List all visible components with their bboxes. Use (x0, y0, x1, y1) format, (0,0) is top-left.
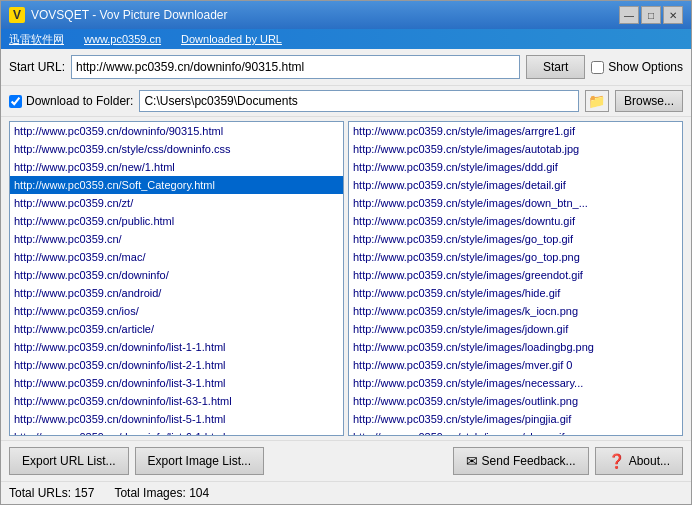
url-list-item[interactable]: http://www.pc0359.cn/style/css/downinfo.… (10, 140, 343, 158)
url-list-item[interactable]: http://www.pc0359.cn/downinfo/ (10, 266, 343, 284)
minimize-button[interactable]: — (619, 6, 639, 24)
start-button[interactable]: Start (526, 55, 585, 79)
total-images-value: 104 (189, 486, 209, 500)
title-bar: V VOVSQET - Vov Picture Downloader — □ ✕ (1, 1, 691, 29)
total-urls-status: Total URLs: 157 (9, 486, 94, 500)
image-list-item[interactable]: http://www.pc0359.cn/style/images/ddd.gi… (349, 158, 682, 176)
url-list-item[interactable]: http://www.pc0359.cn/android/ (10, 284, 343, 302)
image-list-item[interactable]: http://www.pc0359.cn/style/images/autota… (349, 140, 682, 158)
export-image-button[interactable]: Export Image List... (135, 447, 264, 475)
show-options-label[interactable]: Show Options (608, 60, 683, 74)
url-list-item[interactable]: http://www.pc0359.cn/downinfo/list-63-1.… (10, 392, 343, 410)
url-list-item[interactable]: http://www.pc0359.cn/downinfo/90315.html (10, 122, 343, 140)
window-title: VOVSQET - Vov Picture Downloader (31, 8, 228, 22)
total-images-status: Total Images: 104 (114, 486, 209, 500)
image-list-item[interactable]: http://www.pc0359.cn/style/images/outlin… (349, 392, 682, 410)
image-list-item[interactable]: http://www.pc0359.cn/style/images/detail… (349, 176, 682, 194)
url-list-item[interactable]: http://www.pc0359.cn/downinfo/list-1-1.h… (10, 338, 343, 356)
question-icon: ❓ (608, 453, 625, 469)
url-list-item[interactable]: http://www.pc0359.cn/ios/ (10, 302, 343, 320)
folder-browse-icon-button[interactable]: 📁 (585, 90, 609, 112)
export-url-button[interactable]: Export URL List... (9, 447, 129, 475)
image-list-item[interactable]: http://www.pc0359.cn/style/images/necess… (349, 374, 682, 392)
about-button[interactable]: ❓ About... (595, 447, 683, 475)
about-label: About... (629, 454, 670, 468)
browse-button[interactable]: Browse... (615, 90, 683, 112)
bottom-buttons: Export URL List... Export Image List... … (1, 440, 691, 481)
send-feedback-label: Send Feedback... (482, 454, 576, 468)
folder-checkbox-label: Download to Folder: (9, 94, 133, 108)
url-list-item[interactable]: http://www.pc0359.cn/downinfo/list-3-1.h… (10, 374, 343, 392)
show-options-container: Show Options (591, 60, 683, 74)
envelope-icon: ✉ (466, 453, 478, 469)
url-list-item[interactable]: http://www.pc0359.cn/article/ (10, 320, 343, 338)
folder-label: Download to Folder: (26, 94, 133, 108)
image-list-item[interactable]: http://www.pc0359.cn/style/images/show.g… (349, 428, 682, 436)
image-list-item[interactable]: http://www.pc0359.cn/style/images/pingji… (349, 410, 682, 428)
image-list-item[interactable]: http://www.pc0359.cn/style/images/go_top… (349, 248, 682, 266)
image-list-item[interactable]: http://www.pc0359.cn/style/images/downtu… (349, 212, 682, 230)
lists-area: http://www.pc0359.cn/downinfo/90315.html… (1, 117, 691, 440)
url-list-item[interactable]: http://www.pc0359.cn/new/1.html (10, 158, 343, 176)
url-list[interactable]: http://www.pc0359.cn/downinfo/90315.html… (9, 121, 344, 436)
url-input[interactable] (71, 55, 520, 79)
app-icon: V (9, 7, 25, 23)
total-urls-value: 157 (74, 486, 94, 500)
folder-path-input[interactable] (139, 90, 579, 112)
watermark-link1[interactable]: 迅雷软件网 (9, 32, 64, 47)
maximize-button[interactable]: □ (641, 6, 661, 24)
url-list-item[interactable]: http://www.pc0359.cn/mac/ (10, 248, 343, 266)
url-label: Start URL: (9, 60, 65, 74)
image-list-item[interactable]: http://www.pc0359.cn/style/images/arrgre… (349, 122, 682, 140)
watermark-link2[interactable]: www.pc0359.cn (84, 33, 161, 45)
url-list-item[interactable]: http://www.pc0359.cn/downinfo/list-6-1.h… (10, 428, 343, 436)
image-list-item[interactable]: http://www.pc0359.cn/style/images/loadin… (349, 338, 682, 356)
image-list-item[interactable]: http://www.pc0359.cn/style/images/jdown.… (349, 320, 682, 338)
image-list-item[interactable]: http://www.pc0359.cn/style/images/hide.g… (349, 284, 682, 302)
image-list-item[interactable]: http://www.pc0359.cn/style/images/mver.g… (349, 356, 682, 374)
image-list[interactable]: http://www.pc0359.cn/style/images/arrgre… (348, 121, 683, 436)
image-list-item[interactable]: http://www.pc0359.cn/style/images/greend… (349, 266, 682, 284)
url-list-item[interactable]: http://www.pc0359.cn/public.html (10, 212, 343, 230)
send-feedback-button[interactable]: ✉ Send Feedback... (453, 447, 589, 475)
toolbar: Start URL: Start Show Options (1, 49, 691, 86)
image-list-item[interactable]: http://www.pc0359.cn/style/images/down_b… (349, 194, 682, 212)
url-list-item[interactable]: http://www.pc0359.cn/downinfo/list-2-1.h… (10, 356, 343, 374)
title-bar-buttons: — □ ✕ (619, 6, 683, 24)
status-bar: Total URLs: 157 Total Images: 104 (1, 481, 691, 504)
title-bar-left: V VOVSQET - Vov Picture Downloader (9, 7, 228, 23)
image-list-item[interactable]: http://www.pc0359.cn/style/images/go_top… (349, 230, 682, 248)
url-list-item[interactable]: http://www.pc0359.cn/zt/ (10, 194, 343, 212)
total-images-label: Total Images: (114, 486, 185, 500)
close-button[interactable]: ✕ (663, 6, 683, 24)
url-list-item[interactable]: http://www.pc0359.cn/downinfo/list-5-1.h… (10, 410, 343, 428)
watermark-link3[interactable]: Downloaded by URL (181, 33, 282, 45)
folder-row: Download to Folder: 📁 Browse... (1, 86, 691, 117)
watermark-bar: 迅雷软件网 www.pc0359.cn Downloaded by URL (1, 29, 691, 49)
total-urls-label: Total URLs: (9, 486, 71, 500)
image-list-item[interactable]: http://www.pc0359.cn/style/images/k_iocn… (349, 302, 682, 320)
url-list-item[interactable]: http://www.pc0359.cn/ (10, 230, 343, 248)
main-window: V VOVSQET - Vov Picture Downloader — □ ✕… (0, 0, 692, 505)
download-folder-checkbox[interactable] (9, 95, 22, 108)
url-list-item[interactable]: http://www.pc0359.cn/Soft_Category.html (10, 176, 343, 194)
show-options-checkbox[interactable] (591, 61, 604, 74)
